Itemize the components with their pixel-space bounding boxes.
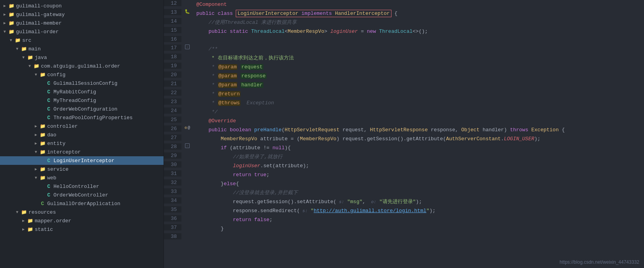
code-line-32: 32 }else{	[164, 179, 644, 188]
sidebar-item-label: mapper.order	[35, 218, 71, 224]
line-number: 21	[164, 80, 181, 87]
code-line-29: 29 //如果登录了,就放行	[164, 152, 644, 161]
arrow-icon: ▶	[2, 20, 8, 26]
folder-icon: 📁	[27, 54, 34, 61]
arrow-icon: ▶	[33, 123, 39, 129]
sidebar-item-GulimallSessionConfig[interactable]: ▶ C GulimallSessionConfig	[0, 79, 164, 88]
sidebar-item-label: entity	[47, 141, 66, 147]
arrow-icon: ▼	[20, 54, 27, 61]
line-number: 13	[164, 9, 181, 15]
sidebar-item-MyThreadConfig[interactable]: ▶ C MyThreadConfig	[0, 96, 164, 105]
sidebar-item-GulimallOrderApplication[interactable]: ▶ C GulimallOrderApplication	[0, 199, 164, 208]
sidebar-item-label: MyRabbitConfig	[53, 89, 96, 95]
line-content: //使用ThreadLocal 来进行数据共享	[193, 18, 644, 27]
sidebar-item-label: com.atguigu.gulimall.order	[41, 63, 120, 69]
code-line-12: 12 @Component	[164, 0, 644, 9]
sidebar-item-config[interactable]: ▼ 📁 config	[0, 70, 164, 79]
sidebar-item-OrderWebController[interactable]: ▶ C OrderWebController	[0, 191, 164, 199]
sidebar-item-label: dao	[47, 132, 56, 138]
line-content: MemberRespVo attribute = (MemberRespVo) …	[193, 134, 644, 143]
sidebar-item-src[interactable]: ▼ 📁 src	[0, 36, 164, 45]
sidebar-item-java[interactable]: ▼ 📁 java	[0, 53, 164, 62]
sidebar-item-interceptor[interactable]: ▼ 📁 interceptor	[0, 148, 164, 156]
code-line-30: 30 loginUser.set(attribute);	[164, 161, 644, 170]
folder-icon: 📁	[27, 226, 34, 232]
spring-icon: C	[45, 89, 52, 95]
folder-icon: 📁	[27, 218, 34, 224]
sidebar-item-label: interceptor	[47, 149, 81, 155]
sidebar-item-label: java	[35, 55, 47, 61]
sidebar-item-label: gulimall-member	[16, 20, 62, 26]
line-content: public class LoginUserInterceptor implem…	[193, 9, 644, 18]
sidebar-item-controller[interactable]: ▶ 📁 controller	[0, 122, 164, 130]
spring-icon: C	[45, 157, 52, 164]
folder-icon: 📁	[39, 123, 46, 129]
folder-icon: 📁	[8, 3, 15, 9]
sidebar-item-entity[interactable]: ▶ 📁 entity	[0, 139, 164, 148]
line-number: 22	[164, 89, 181, 96]
sidebar-item-label: HelloController	[53, 184, 99, 189]
sidebar-item-label: static	[35, 227, 53, 232]
line-number: 28	[164, 143, 181, 150]
arrow-icon: ▶	[20, 218, 27, 224]
sidebar-item-dao[interactable]: ▶ 📁 dao	[0, 130, 164, 139]
line-content: * @param handler	[193, 80, 644, 89]
spring-icon: C	[45, 97, 52, 104]
line-number: 16	[164, 36, 181, 42]
folder-icon: 📁	[20, 209, 27, 215]
line-number: 20	[164, 71, 181, 78]
line-number: 18	[164, 54, 181, 60]
file-tree[interactable]: ▶ 📁 gulimall-coupon ▶ 📁 gulimall-gateway…	[0, 0, 164, 268]
sidebar-item-HelloController[interactable]: ▶ C HelloController	[0, 182, 164, 191]
sidebar-item-MyRabbitConfig[interactable]: ▶ C MyRabbitConfig	[0, 88, 164, 96]
line-number: 36	[164, 215, 181, 222]
line-content: * @throws Exception	[193, 98, 644, 107]
sidebar-item-LoginUserInterceptor[interactable]: ▶ C LoginUserInterceptor	[0, 156, 164, 165]
sidebar-item-gulimall-coupon[interactable]: ▶ 📁 gulimall-coupon	[0, 2, 164, 10]
folder-icon: 📁	[20, 46, 27, 52]
watermark: https://blog.csdn.net/weixin_44743332	[560, 259, 639, 265]
sidebar-item-label: OrderWebConfiguration	[53, 106, 117, 112]
sidebar-item-static[interactable]: ▶ 📁 static	[0, 225, 164, 234]
spring-icon: C	[45, 80, 52, 86]
line-content	[193, 233, 644, 234]
line-number: 23	[164, 98, 181, 105]
code-line-15: 15 public static ThreadLocal<MemberRespV…	[164, 27, 644, 36]
arrow-icon: ▶	[33, 140, 39, 147]
line-content: * @param response	[193, 71, 644, 80]
sidebar-item-OrderWebConfiguration[interactable]: ▶ C OrderWebConfiguration	[0, 105, 164, 113]
sidebar-item-package[interactable]: ▼ 📁 com.atguigu.gulimall.order	[0, 62, 164, 70]
folder-icon: 📁	[14, 37, 21, 43]
sidebar-item-gulimall-order[interactable]: ▼ 📁 gulimall-order	[0, 27, 164, 36]
line-gutter: 🐛	[181, 9, 193, 14]
sidebar-item-label: controller	[47, 123, 78, 129]
line-number: 32	[164, 179, 181, 186]
folder-icon: 📁	[39, 149, 46, 155]
sidebar-item-resources[interactable]: ▼ 📁 resources	[0, 208, 164, 216]
folder-icon: 📁	[39, 140, 46, 147]
sidebar-item-gulimall-member[interactable]: ▶ 📁 gulimall-member	[0, 19, 164, 27]
sidebar-item-gulimall-gateway[interactable]: ▶ 📁 gulimall-gateway	[0, 10, 164, 19]
sidebar-item-service[interactable]: ▶ 📁 service	[0, 165, 164, 173]
arrow-icon: ▼	[33, 71, 39, 78]
arrow-icon: ▶	[33, 132, 39, 138]
line-content: if (attribute != null){	[193, 143, 644, 152]
line-content: public static ThreadLocal<MemberRespVo> …	[193, 27, 644, 36]
line-content: return false;	[193, 215, 644, 224]
line-number: 27	[164, 134, 181, 141]
sidebar-item-web[interactable]: ▼ 📁 web	[0, 173, 164, 182]
line-content: loginUser.set(attribute);	[193, 161, 644, 170]
sidebar-item-ThreadPoolConfigProperties[interactable]: ▶ C ThreadPoolConfigProperties	[0, 113, 164, 122]
line-number: 25	[164, 116, 181, 123]
line-number: 33	[164, 188, 181, 195]
sidebar-item-mapper-order[interactable]: ▶ 📁 mapper.order	[0, 216, 164, 225]
line-number: 14	[164, 18, 181, 24]
sidebar-item-label: OrderWebController	[53, 192, 108, 198]
sidebar-item-label: MyThreadConfig	[53, 98, 96, 104]
line-content: @Component	[193, 0, 644, 9]
arrow-icon: ▼	[27, 63, 33, 69]
sidebar-item-main[interactable]: ▼ 📁 main	[0, 45, 164, 53]
code-area[interactable]: 12 @Component 13 🐛 public class LoginUse…	[164, 0, 644, 268]
folder-icon: 📁	[39, 166, 46, 172]
code-line-14: 14 //使用ThreadLocal 来进行数据共享	[164, 18, 644, 27]
